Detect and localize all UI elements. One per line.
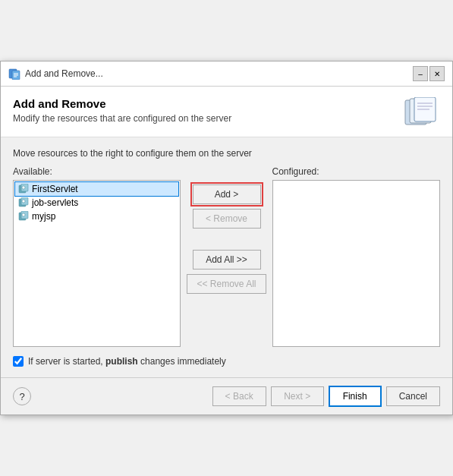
middle-buttons: Add > < Remove Add All >> << Remove All — [187, 166, 266, 294]
configured-list[interactable] — [272, 180, 440, 347]
publish-bold: publish — [105, 356, 138, 367]
servlet-icon — [18, 197, 29, 208]
dialog-header-text: Add and Remove Modify the resources that… — [13, 97, 231, 124]
instruction-text: Move resources to the right to configure… — [13, 148, 440, 159]
minimize-button[interactable]: – — [413, 66, 428, 81]
servlet-icon — [18, 184, 29, 194]
configured-label: Configured: — [272, 166, 440, 177]
title-bar-left: Add and Remove... — [8, 68, 103, 80]
add-all-button[interactable]: Add All >> — [193, 250, 261, 270]
dialog-title: Add and Remove — [13, 97, 231, 110]
remove-all-button[interactable]: << Remove All — [187, 274, 266, 294]
back-button[interactable]: < Back — [212, 386, 266, 406]
dialog-body: Move resources to the right to configure… — [1, 137, 452, 377]
cancel-button[interactable]: Cancel — [386, 386, 440, 406]
finish-button[interactable]: Finish — [329, 386, 382, 407]
publish-label[interactable]: If server is started, publish changes im… — [28, 356, 226, 367]
header-copy-icon — [404, 97, 440, 128]
add-button[interactable]: Add > — [193, 184, 261, 204]
available-item-name: job-servlets — [32, 197, 78, 208]
available-panel: Available: FirstServlet — [13, 166, 181, 347]
available-list[interactable]: FirstServlet job-servlets — [13, 180, 181, 347]
dialog-subtitle: Modify the resources that are configured… — [13, 113, 231, 124]
svg-point-16 — [22, 200, 25, 203]
available-item-name: myjsp — [32, 211, 55, 222]
dialog-header: Add and Remove Modify the resources that… — [1, 87, 452, 137]
list-item[interactable]: myjsp — [15, 210, 178, 223]
add-remove-dialog: Add and Remove... – ✕ Add and Remove Mod… — [0, 61, 453, 415]
dialog-title-icon — [8, 68, 20, 80]
dialog-footer: ? < Back Next > Finish Cancel — [1, 377, 452, 415]
list-item[interactable]: FirstServlet — [15, 182, 178, 196]
footer-right: < Back Next > Finish Cancel — [212, 386, 440, 407]
remove-button[interactable]: < Remove — [193, 209, 261, 229]
available-item-name: FirstServlet — [32, 184, 78, 194]
jsp-icon — [18, 211, 29, 222]
configured-panel: Configured: — [272, 166, 440, 347]
resources-area: Available: FirstServlet — [13, 166, 440, 347]
title-bar: Add and Remove... – ✕ — [1, 61, 452, 87]
close-button[interactable]: ✕ — [429, 66, 445, 81]
svg-point-13 — [22, 186, 25, 189]
checkbox-area: If server is started, publish changes im… — [13, 356, 440, 367]
available-label: Available: — [13, 166, 181, 177]
title-bar-controls: – ✕ — [413, 66, 445, 81]
list-item[interactable]: job-servlets — [15, 196, 178, 210]
footer-left: ? — [13, 387, 31, 405]
svg-point-19 — [22, 213, 25, 216]
help-button[interactable]: ? — [13, 387, 31, 405]
title-bar-text: Add and Remove... — [25, 68, 103, 79]
next-button[interactable]: Next > — [271, 386, 324, 406]
publish-checkbox[interactable] — [13, 356, 24, 367]
